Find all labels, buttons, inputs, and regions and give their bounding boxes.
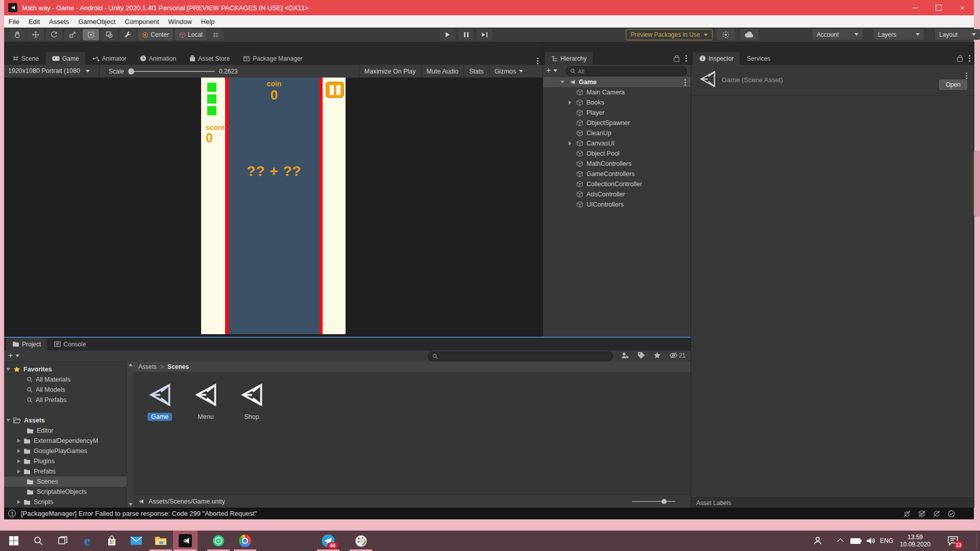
hierarchy-item[interactable]: Player xyxy=(543,108,691,118)
layout-dropdown[interactable]: Layout xyxy=(935,29,980,40)
scene-menu-icon[interactable] xyxy=(684,82,686,83)
search-taskbar-button[interactable] xyxy=(26,531,51,551)
menu-gameobject[interactable]: GameObject xyxy=(74,15,120,28)
file-explorer-button[interactable] xyxy=(149,531,173,551)
expander-right-icon[interactable] xyxy=(17,469,20,473)
menu-help[interactable]: Help xyxy=(197,15,219,28)
expander-down-icon[interactable] xyxy=(560,81,565,84)
scroll-up-icon[interactable] xyxy=(129,363,133,366)
volume-button[interactable] xyxy=(866,531,876,551)
hierarchy-search-input[interactable]: All xyxy=(566,66,687,76)
tree-item-folder[interactable]: ExternalDependencyM xyxy=(4,436,127,446)
expander-right-icon[interactable] xyxy=(569,141,572,145)
search-by-type-icon[interactable] xyxy=(621,352,629,359)
hierarchy-item[interactable]: Main Camera xyxy=(543,87,691,97)
hidden-packages-toggle[interactable]: 21 xyxy=(669,352,685,359)
tab-hierarchy[interactable]: Hierarchy xyxy=(545,52,593,65)
tab-inspector[interactable]: Inspector xyxy=(693,52,740,65)
clock[interactable]: 13:59 10.09.2020 xyxy=(896,531,934,551)
menu-component[interactable]: Component xyxy=(120,15,163,28)
transform-tool-button[interactable] xyxy=(101,29,117,40)
rect-tool-button[interactable] xyxy=(83,29,99,40)
mail-app-button[interactable] xyxy=(124,531,149,551)
asset-item-menu[interactable]: Menu xyxy=(184,381,227,421)
hierarchy-scene-row[interactable]: Game xyxy=(543,77,691,87)
tree-scrollbar[interactable] xyxy=(127,362,134,508)
android-studio-button[interactable] xyxy=(206,531,231,551)
lock-icon[interactable] xyxy=(957,57,963,62)
preview-packages-button[interactable]: Preview Packages in Use xyxy=(626,29,713,40)
open-scene-button[interactable]: Open xyxy=(939,80,967,90)
search-by-label-icon[interactable] xyxy=(638,352,645,359)
tray-expand-button[interactable] xyxy=(838,531,843,551)
aspect-ratio-dropdown[interactable]: 980x551 Portrait (1080 xyxy=(6,66,98,76)
thumbnail-size-slider[interactable] xyxy=(632,501,675,502)
inspector-menu-icon[interactable] xyxy=(969,58,970,59)
move-tool-button[interactable] xyxy=(28,29,44,40)
layers-dropdown[interactable]: Layers xyxy=(874,29,924,40)
cache-disabled-icon[interactable] xyxy=(918,510,926,518)
hierarchy-menu-icon[interactable] xyxy=(685,58,687,59)
favorites-star-icon[interactable] xyxy=(653,352,661,359)
lock-icon[interactable] xyxy=(674,57,679,62)
collab-button[interactable] xyxy=(717,29,735,40)
menu-window[interactable]: Window xyxy=(164,15,197,28)
unity-app-button[interactable] xyxy=(173,531,198,551)
tab-services[interactable]: Services xyxy=(741,52,776,65)
tab-animator[interactable]: Animator xyxy=(86,52,133,65)
menu-edit[interactable]: Edit xyxy=(24,15,44,28)
asset-item-game[interactable]: Game xyxy=(138,381,181,421)
edge-app-button[interactable]: e xyxy=(75,531,100,551)
chrome-button[interactable] xyxy=(233,531,257,551)
tree-item-favorites[interactable]: Favorites xyxy=(4,364,127,374)
tree-item-folder[interactable]: Editor xyxy=(4,425,127,436)
tree-item-folder[interactable]: GooglePlayGames xyxy=(4,446,127,456)
expander-right-icon[interactable] xyxy=(17,459,20,463)
game-view-menu-icon[interactable] xyxy=(537,60,538,62)
menu-file[interactable]: File xyxy=(4,15,24,28)
tree-item-all-models[interactable]: All Models xyxy=(4,385,127,395)
asset-menu-icon[interactable] xyxy=(966,75,967,77)
maximize-on-play-button[interactable]: Maximize On Play xyxy=(359,65,421,78)
tree-item-folder[interactable]: Prefabs xyxy=(4,466,127,477)
create-asset-button[interactable]: + xyxy=(8,352,19,360)
task-view-button[interactable] xyxy=(51,531,75,551)
scale-slider-handle[interactable] xyxy=(128,68,134,74)
status-bar[interactable]: ! [PackageManager] Error Failed to parse… xyxy=(4,508,974,519)
hierarchy-item[interactable]: CleanUp xyxy=(543,128,691,138)
expander-right-icon[interactable] xyxy=(17,449,20,453)
tab-animation[interactable]: Animation xyxy=(134,52,182,65)
tree-item-folder[interactable]: Plugins xyxy=(4,456,127,466)
refresh-disabled-icon[interactable] xyxy=(933,510,941,518)
people-button[interactable] xyxy=(813,531,823,551)
tab-scene[interactable]: Scene xyxy=(6,52,45,65)
pause-button[interactable] xyxy=(458,29,474,40)
show-desktop-button[interactable] xyxy=(976,533,977,549)
debugger-disabled-icon[interactable] xyxy=(903,510,911,518)
hierarchy-item[interactable]: GameControllers xyxy=(543,169,691,179)
minimize-button[interactable] xyxy=(903,0,927,15)
hierarchy-item[interactable]: ObjectSpawner xyxy=(543,118,691,128)
tree-item-all-prefabs[interactable]: All Prefabs xyxy=(4,395,127,405)
language-indicator[interactable]: ENG xyxy=(880,531,893,551)
asset-item-shop[interactable]: Shop xyxy=(230,381,273,421)
start-button[interactable] xyxy=(2,531,26,551)
grid-snap-button[interactable] xyxy=(207,29,224,40)
tree-item-folder-scenes[interactable]: Scenes xyxy=(4,477,127,487)
step-button[interactable] xyxy=(477,29,492,40)
tab-console[interactable]: Console xyxy=(48,338,92,350)
expander-down-icon[interactable] xyxy=(6,368,10,371)
tree-item-all-materials[interactable]: All Materials xyxy=(4,374,127,385)
tab-asset-store[interactable]: Asset Store xyxy=(183,52,236,65)
rotation-toggle-button[interactable]: Local xyxy=(175,29,207,40)
scroll-down-icon[interactable] xyxy=(129,503,133,506)
hierarchy-item[interactable]: MathControllers xyxy=(543,159,691,169)
tree-item-folder[interactable]: ScriptableObjects xyxy=(4,487,127,497)
tree-item-assets-root[interactable]: Assets xyxy=(4,415,127,425)
progress-ok-icon[interactable] xyxy=(947,510,955,518)
create-object-button[interactable]: + xyxy=(546,66,557,74)
close-button[interactable]: × xyxy=(950,0,974,15)
account-dropdown[interactable]: Account xyxy=(813,29,863,40)
tab-package-manager[interactable]: Package Manager xyxy=(237,52,308,65)
hierarchy-item[interactable]: Object Pool xyxy=(543,148,691,159)
